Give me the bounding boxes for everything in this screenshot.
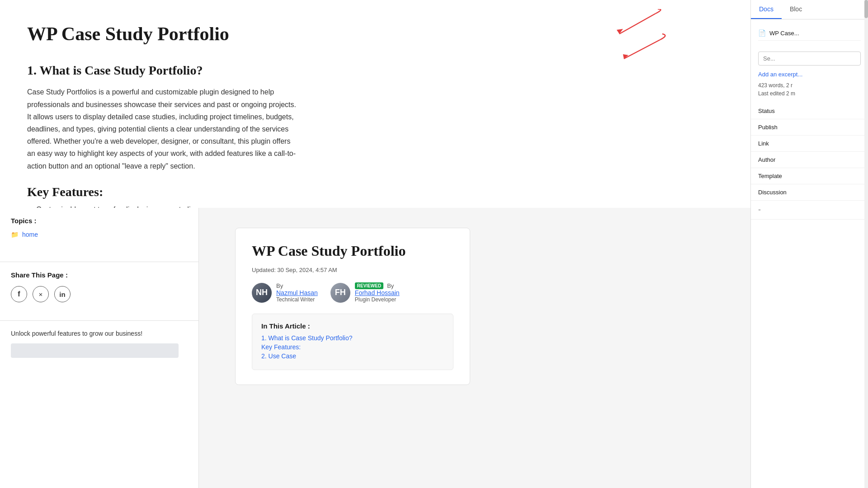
toc-link-1[interactable]: 1. What is Case Study Portfolio? bbox=[261, 334, 444, 342]
panel-template[interactable]: Template bbox=[751, 168, 868, 184]
topics-home-link[interactable]: 📁 home bbox=[11, 231, 188, 238]
share-label: Share This Page : bbox=[11, 271, 188, 279]
in-this-article-box: In This Article : 1. What is Case Study … bbox=[252, 314, 453, 370]
author1-item: NH By Nazmul Hasan Technical Writer bbox=[252, 282, 318, 303]
author2-initials: FH bbox=[335, 288, 346, 297]
document-icon: 📄 bbox=[758, 29, 766, 37]
meta-edited: Last edited 2 m bbox=[758, 90, 861, 97]
article-bullet-item: Customizable post type for displaying ca… bbox=[36, 206, 714, 208]
authors-row: NH By Nazmul Hasan Technical Writer bbox=[252, 282, 453, 303]
author2-info: REVIEWED By Forhad Hossain Plugin Develo… bbox=[355, 282, 400, 303]
tab-bloc[interactable]: Bloc bbox=[782, 0, 810, 19]
scrollbar-track bbox=[864, 0, 868, 488]
author2-role: Plugin Developer bbox=[355, 296, 400, 303]
author1-name-link[interactable]: Nazmul Hasan bbox=[276, 289, 318, 296]
topics-section: Topics : 📁 home bbox=[0, 208, 198, 262]
article-main-title: WP Case Study Portfolio bbox=[27, 23, 714, 45]
article-top-section: WP Case Study Portfolio 1. What is Case … bbox=[0, 0, 750, 208]
unlock-input-placeholder bbox=[11, 343, 179, 358]
right-panel-items: Status Publish Link Author Template Disc… bbox=[751, 103, 868, 220]
topics-home-text: home bbox=[22, 231, 38, 238]
article-body-text: Case Study Portfolios is a powerful and … bbox=[27, 86, 298, 172]
right-sidebar-content: 📄 WP Case... bbox=[751, 19, 868, 47]
meta-words: 423 words, 2 r bbox=[758, 82, 861, 89]
add-excerpt-link[interactable]: Add an excerpt... bbox=[758, 71, 861, 78]
linkedin-icon: in bbox=[59, 291, 65, 298]
svg-marker-3 bbox=[623, 54, 628, 59]
unlock-section: Unlock powerful features to grow our bus… bbox=[0, 321, 198, 367]
author1-by: By bbox=[276, 282, 318, 289]
tab-docs[interactable]: Docs bbox=[751, 0, 782, 19]
folder-icon: 📁 bbox=[11, 231, 19, 238]
author1-initials: NH bbox=[256, 288, 268, 297]
share-facebook-button[interactable]: f bbox=[11, 286, 27, 302]
right-sidebar-search-section: Add an excerpt... 423 words, 2 r Last ed… bbox=[751, 47, 868, 103]
author1-avatar: NH bbox=[252, 283, 272, 303]
author2-by: By bbox=[387, 282, 394, 289]
share-section: Share This Page : f ✕ in bbox=[0, 262, 198, 321]
in-this-article-title: In This Article : bbox=[261, 322, 444, 330]
facebook-icon: f bbox=[18, 290, 20, 298]
share-twitter-button[interactable]: ✕ bbox=[33, 286, 49, 302]
bottom-section: Topics : 📁 home Share This Page : f ✕ bbox=[0, 208, 750, 488]
author2-item: FH REVIEWED By Forhad Hossain Plugin Dev… bbox=[330, 282, 400, 303]
preview-updated-date: Updated: 30 Sep, 2024, 4:57 AM bbox=[252, 267, 453, 273]
panel-link[interactable]: Link bbox=[751, 136, 868, 152]
preview-area: WP Case Study Portfolio Updated: 30 Sep,… bbox=[199, 208, 750, 488]
panel-more[interactable]: - bbox=[751, 201, 868, 220]
author1-info: By Nazmul Hasan Technical Writer bbox=[276, 282, 318, 303]
share-linkedin-button[interactable]: in bbox=[54, 286, 71, 302]
panel-publish[interactable]: Publish bbox=[751, 119, 868, 136]
panel-discussion[interactable]: Discussion bbox=[751, 184, 868, 201]
panel-author[interactable]: Author bbox=[751, 152, 868, 168]
search-input[interactable] bbox=[758, 52, 861, 66]
author2-avatar: FH bbox=[330, 283, 350, 303]
left-sidebar: Topics : 📁 home Share This Page : f ✕ bbox=[0, 208, 199, 488]
panel-status[interactable]: Status bbox=[751, 103, 868, 119]
toc-link-3[interactable]: 2. Use Case bbox=[261, 352, 444, 360]
preview-card-title: WP Case Study Portfolio bbox=[252, 243, 453, 259]
reviewed-badge: REVIEWED bbox=[355, 282, 383, 289]
author1-role: Technical Writer bbox=[276, 296, 318, 303]
right-sidebar-tabs: Docs Bloc bbox=[751, 0, 868, 19]
toc-link-2[interactable]: Key Features: bbox=[261, 343, 444, 351]
topics-label: Topics : bbox=[11, 217, 188, 225]
scrollbar-thumb bbox=[864, 0, 868, 18]
article-key-features-heading: Key Features: bbox=[27, 185, 714, 199]
right-sidebar: Docs Bloc 📄 WP Case... Add an excerpt...… bbox=[750, 0, 868, 488]
doc-list-item[interactable]: 📄 WP Case... bbox=[758, 26, 861, 41]
unlock-text: Unlock powerful features to grow our bus… bbox=[11, 330, 188, 337]
share-icons-row: f ✕ in bbox=[11, 286, 188, 302]
article-section-heading: 1. What is Case Study Portfolio? bbox=[27, 63, 714, 78]
twitter-x-icon: ✕ bbox=[39, 291, 42, 298]
author2-name-link[interactable]: Forhad Hossain bbox=[355, 289, 400, 296]
doc-item-label: WP Case... bbox=[769, 30, 799, 37]
preview-card: WP Case Study Portfolio Updated: 30 Sep,… bbox=[235, 228, 470, 385]
